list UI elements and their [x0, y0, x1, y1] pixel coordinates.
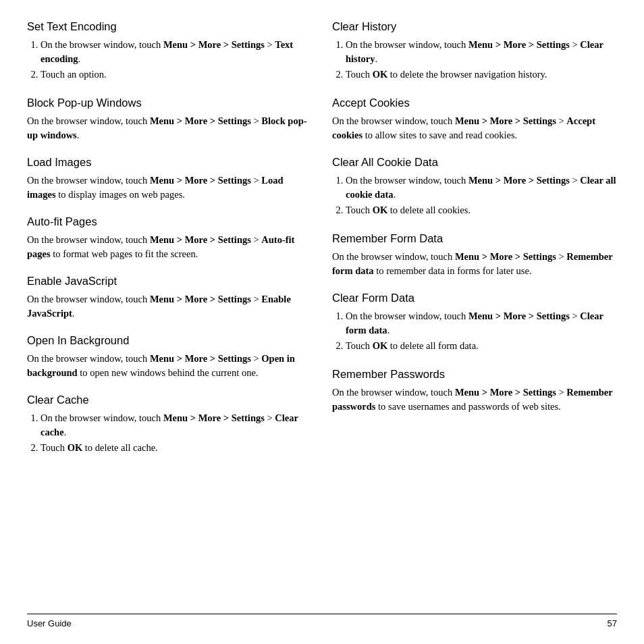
- page-container: Set Text Encoding On the browser window,…: [0, 0, 644, 644]
- section-title-accept-cookies: Accept Cookies: [332, 95, 617, 111]
- section-open-in-background: Open In Background On the browser window…: [27, 333, 312, 380]
- list-item: Touch an option.: [41, 68, 312, 82]
- right-column: Clear History On the browser window, tou…: [332, 19, 617, 614]
- section-title-clear-form-data: Clear Form Data: [332, 290, 617, 306]
- list-item: Touch OK to delete all form data.: [346, 339, 617, 353]
- open-in-background-body: On the browser window, touch Menu > More…: [27, 352, 312, 380]
- clear-history-list: On the browser window, touch Menu > More…: [344, 38, 617, 82]
- auto-fit-pages-body: On the browser window, touch Menu > More…: [27, 233, 312, 261]
- list-item: On the browser window, touch Menu > More…: [41, 411, 312, 439]
- page-footer: User Guide 57: [27, 614, 617, 630]
- section-title-clear-cookie-data: Clear All Cookie Data: [332, 155, 617, 171]
- section-title-open-in-background: Open In Background: [27, 333, 312, 349]
- section-title-enable-javascript: Enable JavaScript: [27, 273, 312, 290]
- footer-page-number: 57: [608, 618, 617, 630]
- section-block-popup: Block Pop-up Windows On the browser wind…: [27, 95, 312, 142]
- section-title-auto-fit-pages: Auto-fit Pages: [27, 214, 312, 230]
- section-title-remember-passwords: Remember Passwords: [332, 367, 617, 383]
- list-item: On the browser window, touch Menu > More…: [346, 173, 617, 202]
- section-accept-cookies: Accept Cookies On the browser window, to…: [332, 95, 617, 142]
- accept-cookies-body: On the browser window, touch Menu > More…: [332, 114, 617, 142]
- content-area: Set Text Encoding On the browser window,…: [27, 19, 617, 614]
- list-item: Touch OK to delete the browser navigatio…: [346, 68, 617, 82]
- section-auto-fit-pages: Auto-fit Pages On the browser window, to…: [27, 214, 312, 261]
- footer-left-label: User Guide: [27, 618, 72, 630]
- left-column: Set Text Encoding On the browser window,…: [27, 19, 312, 614]
- enable-javascript-body: On the browser window, touch Menu > More…: [27, 292, 312, 321]
- remember-passwords-body: On the browser window, touch Menu > More…: [332, 385, 617, 414]
- section-set-text-encoding: Set Text Encoding On the browser window,…: [27, 19, 312, 83]
- section-clear-cache: Clear Cache On the browser window, touch…: [27, 392, 312, 456]
- list-item: On the browser window, touch Menu > More…: [41, 38, 312, 66]
- section-title-remember-form-data: Remember Form Data: [332, 231, 617, 247]
- section-title-load-images: Load Images: [27, 155, 312, 171]
- section-enable-javascript: Enable JavaScript On the browser window,…: [27, 273, 312, 321]
- list-item: Touch OK to delete all cookies.: [346, 203, 617, 217]
- section-title-clear-history: Clear History: [332, 19, 617, 35]
- remember-form-data-body: On the browser window, touch Menu > More…: [332, 250, 617, 278]
- section-clear-cookie-data: Clear All Cookie Data On the browser win…: [332, 155, 617, 219]
- set-text-encoding-list: On the browser window, touch Menu > More…: [39, 38, 312, 82]
- section-title-block-popup: Block Pop-up Windows: [27, 95, 312, 111]
- section-clear-history: Clear History On the browser window, tou…: [332, 19, 617, 83]
- clear-cookie-data-list: On the browser window, touch Menu > More…: [344, 173, 617, 217]
- list-item: Touch OK to delete all cache.: [41, 441, 312, 455]
- clear-form-data-list: On the browser window, touch Menu > More…: [344, 309, 617, 353]
- section-title-set-text-encoding: Set Text Encoding: [27, 19, 312, 35]
- clear-cache-list: On the browser window, touch Menu > More…: [39, 411, 312, 455]
- section-remember-form-data: Remember Form Data On the browser window…: [332, 231, 617, 278]
- section-clear-form-data: Clear Form Data On the browser window, t…: [332, 290, 617, 354]
- section-load-images: Load Images On the browser window, touch…: [27, 155, 312, 202]
- list-item: On the browser window, touch Menu > More…: [346, 38, 617, 66]
- section-remember-passwords: Remember Passwords On the browser window…: [332, 367, 617, 414]
- load-images-body: On the browser window, touch Menu > More…: [27, 173, 312, 202]
- block-popup-body: On the browser window, touch Menu > More…: [27, 114, 312, 142]
- section-title-clear-cache: Clear Cache: [27, 392, 312, 408]
- list-item: On the browser window, touch Menu > More…: [346, 309, 617, 338]
